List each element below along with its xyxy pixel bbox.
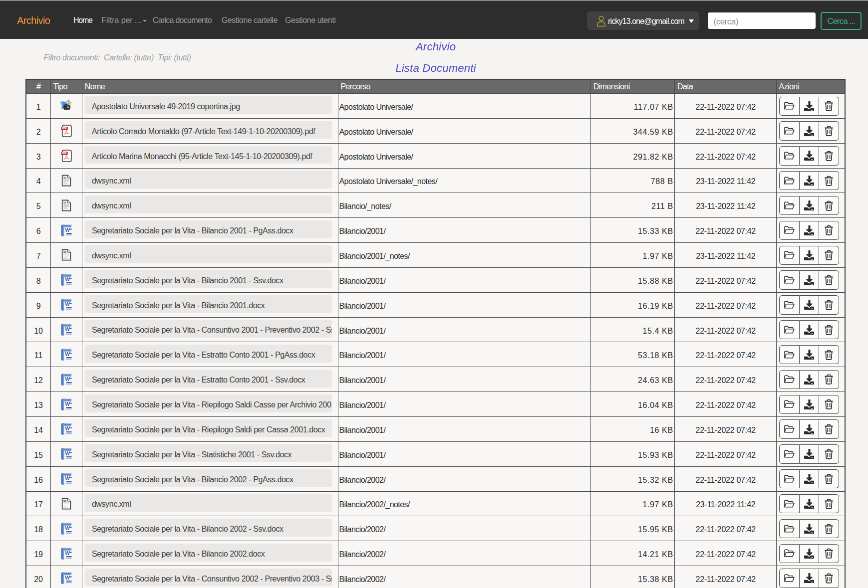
svg-text:W: W [65, 327, 70, 332]
svg-text:PDF: PDF [62, 152, 67, 155]
svg-text:W: W [65, 352, 70, 357]
svg-text:W: W [65, 227, 70, 233]
svg-text:W: W [65, 377, 70, 382]
svg-text:W: W [65, 576, 70, 581]
svg-text:W: W [65, 551, 70, 556]
svg-text:PDF: PDF [62, 127, 67, 130]
svg-text:W: W [65, 302, 70, 308]
svg-text:W: W [65, 451, 70, 457]
svg-text:W: W [65, 526, 70, 531]
svg-text:W: W [65, 277, 70, 283]
svg-text:W: W [65, 426, 70, 432]
svg-text:W: W [65, 476, 70, 481]
svg-text:W: W [65, 401, 70, 407]
